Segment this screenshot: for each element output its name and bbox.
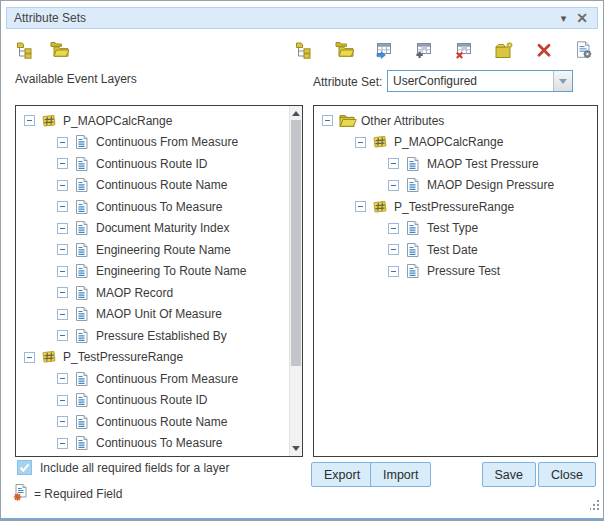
tree-item[interactable]: Continuous To Measure — [16, 433, 288, 455]
close-icon[interactable]: ✕ — [576, 11, 588, 25]
tree-item[interactable]: Continuous From Measure — [16, 368, 288, 390]
tree-item[interactable]: P_TestPressureRange — [16, 347, 288, 369]
collapse-toggle[interactable] — [57, 309, 68, 320]
minus-icon — [60, 400, 65, 401]
collapse-toggle[interactable] — [57, 416, 68, 427]
collapse-toggle[interactable] — [355, 201, 366, 212]
attribute-sets-dialog: Attribute Sets ▾ ✕ Available Event Layer… — [0, 0, 604, 521]
minus-icon — [60, 185, 65, 186]
window-title: Attribute Sets — [14, 11, 86, 25]
tree-item[interactable]: Continuous Route ID — [16, 390, 288, 412]
add-table-icon[interactable] — [414, 40, 434, 59]
include-required-fields-row: Include all required fields for a layer — [17, 460, 229, 475]
collapse-toggle[interactable] — [388, 266, 399, 277]
tree-item[interactable]: Continuous To Measure — [16, 196, 288, 218]
tree-item[interactable]: Document Maturity Index — [16, 218, 288, 240]
tree-item[interactable]: Continuous Route ID — [16, 153, 288, 175]
tree-item[interactable]: Pressure Test — [314, 261, 597, 283]
tree-item-label: Continuous Route Name — [96, 178, 227, 192]
document-icon — [74, 242, 92, 258]
new-attribute-set-folder-icon[interactable] — [494, 40, 514, 59]
import-button[interactable]: Import — [370, 462, 431, 487]
minus-icon — [27, 120, 32, 121]
attribute-set-value: UserConfigured — [388, 71, 553, 91]
tree-item[interactable]: Engineering To Route Name — [16, 261, 288, 283]
collapse-toggle[interactable] — [57, 287, 68, 298]
collapse-toggle[interactable] — [322, 115, 333, 126]
add-event-layer-tree-icon[interactable] — [15, 40, 35, 59]
tree-item[interactable]: MAOP Test Pressure — [314, 153, 597, 175]
add-attribute-tree-icon[interactable] — [294, 40, 314, 59]
scrollbar-thumb[interactable] — [291, 120, 301, 366]
delete-icon[interactable] — [534, 40, 554, 59]
minus-icon — [391, 249, 396, 250]
remove-table-icon[interactable] — [454, 40, 474, 59]
document-icon — [74, 392, 92, 408]
tree-item-label: Pressure Established By — [96, 329, 227, 343]
collapse-toggle[interactable] — [24, 115, 35, 126]
collapse-toggle[interactable] — [24, 352, 35, 363]
open-folders-icon[interactable] — [334, 40, 354, 59]
available-event-layers-label: Available Event Layers — [15, 72, 137, 86]
tree-item[interactable]: MAOP Record — [16, 282, 288, 304]
tree-item[interactable]: MAOP Unit Of Measure — [16, 304, 288, 326]
save-button[interactable]: Save — [482, 462, 537, 487]
collapse-icon[interactable]: ▾ — [561, 13, 567, 24]
collapse-toggle[interactable] — [388, 244, 399, 255]
minus-icon — [358, 206, 363, 207]
export-table-icon[interactable] — [374, 40, 394, 59]
attribute-set-tree: Other AttributesP_MAOPCalcRangeMAOP Test… — [314, 106, 597, 282]
tree-item[interactable]: P_TestPressureRange — [314, 196, 597, 218]
minus-icon — [27, 357, 32, 358]
open-folders-icon[interactable] — [49, 40, 69, 59]
scroll-down-button[interactable] — [290, 442, 302, 455]
minus-icon — [60, 206, 65, 207]
collapse-toggle[interactable] — [57, 137, 68, 148]
tree-item-label: Continuous To Measure — [96, 436, 223, 450]
chevron-down-icon — [559, 79, 567, 84]
tree-item[interactable]: Continuous Route Name — [16, 175, 288, 197]
collapse-toggle[interactable] — [57, 180, 68, 191]
tree-item[interactable]: P_MAOPCalcRange — [16, 110, 288, 132]
export-button[interactable]: Export — [311, 462, 373, 487]
collapse-toggle[interactable] — [57, 201, 68, 212]
combo-dropdown-button[interactable] — [553, 71, 572, 91]
tree-item[interactable]: Other Attributes — [314, 110, 597, 132]
include-required-fields-checkbox[interactable] — [17, 460, 32, 475]
collapse-toggle[interactable] — [57, 438, 68, 449]
configure-document-icon[interactable] — [574, 40, 594, 59]
include-required-fields-label: Include all required fields for a layer — [40, 461, 229, 475]
tree-item[interactable]: Engineering Route Name — [16, 239, 288, 261]
collapse-toggle[interactable] — [57, 244, 68, 255]
attribute-set-panel: Other AttributesP_MAOPCalcRangeMAOP Test… — [313, 105, 598, 457]
tree-item-label: Pressure Test — [427, 264, 500, 278]
tree-item[interactable]: Test Type — [314, 218, 597, 240]
collapse-toggle[interactable] — [57, 158, 68, 169]
collapse-toggle[interactable] — [57, 395, 68, 406]
collapse-toggle[interactable] — [57, 330, 68, 341]
tree-item[interactable]: Test Date — [314, 239, 597, 261]
resize-grip-icon[interactable] — [590, 498, 600, 516]
tree-item[interactable]: Continuous From Measure — [16, 132, 288, 154]
minus-icon — [60, 249, 65, 250]
document-icon — [74, 156, 92, 172]
tree-item[interactable]: Pressure Established By — [16, 325, 288, 347]
minus-icon — [325, 120, 330, 121]
collapse-toggle[interactable] — [57, 373, 68, 384]
tree-item[interactable]: Continuous Route Name — [16, 411, 288, 433]
minus-icon — [60, 142, 65, 143]
scroll-up-button[interactable] — [290, 107, 302, 120]
left-panel-scrollbar[interactable] — [289, 106, 302, 456]
tree-item[interactable]: MAOP Design Pressure — [314, 175, 597, 197]
attribute-set-combobox[interactable]: UserConfigured — [387, 70, 573, 92]
titlebar[interactable]: Attribute Sets ▾ ✕ — [6, 7, 598, 29]
folder-open-icon — [339, 113, 357, 128]
close-button[interactable]: Close — [538, 462, 596, 487]
collapse-toggle[interactable] — [57, 223, 68, 234]
collapse-toggle[interactable] — [388, 158, 399, 169]
collapse-toggle[interactable] — [57, 266, 68, 277]
tree-item[interactable]: P_MAOPCalcRange — [314, 132, 597, 154]
collapse-toggle[interactable] — [355, 137, 366, 148]
collapse-toggle[interactable] — [388, 180, 399, 191]
collapse-toggle[interactable] — [388, 223, 399, 234]
